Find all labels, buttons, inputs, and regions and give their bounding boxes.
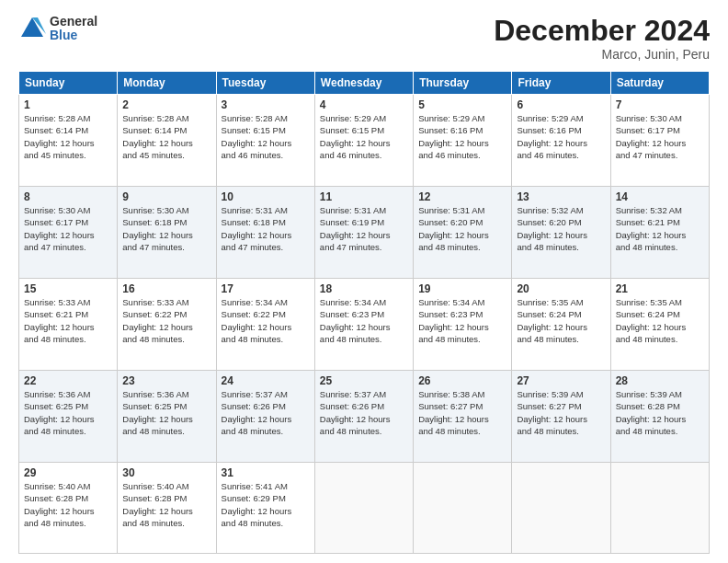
table-row: 18Sunrise: 5:34 AMSunset: 6:23 PMDayligh… bbox=[314, 279, 413, 371]
table-row: 15Sunrise: 5:33 AMSunset: 6:21 PMDayligh… bbox=[19, 279, 118, 371]
table-row: 23Sunrise: 5:36 AMSunset: 6:25 PMDayligh… bbox=[118, 371, 216, 463]
table-row: 21Sunrise: 5:35 AMSunset: 6:24 PMDayligh… bbox=[610, 279, 709, 371]
table-row: 24Sunrise: 5:37 AMSunset: 6:26 PMDayligh… bbox=[216, 371, 314, 463]
day-number: 21 bbox=[616, 282, 704, 295]
table-row: 17Sunrise: 5:34 AMSunset: 6:22 PMDayligh… bbox=[216, 279, 314, 371]
day-info: Sunrise: 5:41 AMSunset: 6:29 PMDaylight:… bbox=[222, 481, 292, 528]
day-number: 2 bbox=[122, 98, 210, 111]
col-saturday: Saturday bbox=[610, 72, 709, 95]
table-row: 29Sunrise: 5:40 AMSunset: 6:28 PMDayligh… bbox=[19, 463, 118, 554]
table-row: 12Sunrise: 5:31 AMSunset: 6:20 PMDayligh… bbox=[414, 187, 512, 279]
logo: General Blue bbox=[18, 15, 97, 43]
day-info: Sunrise: 5:31 AMSunset: 6:20 PMDaylight:… bbox=[418, 205, 489, 252]
title-block: December 2024 Marco, Junin, Peru bbox=[494, 15, 710, 62]
table-row: 7Sunrise: 5:30 AMSunset: 6:17 PMDaylight… bbox=[610, 95, 709, 187]
day-number: 27 bbox=[517, 374, 605, 387]
day-number: 8 bbox=[24, 190, 112, 203]
day-info: Sunrise: 5:35 AMSunset: 6:24 PMDaylight:… bbox=[616, 297, 687, 344]
day-info: Sunrise: 5:32 AMSunset: 6:20 PMDaylight:… bbox=[517, 205, 587, 252]
day-number: 20 bbox=[517, 282, 605, 295]
day-number: 17 bbox=[222, 282, 310, 295]
table-row: 2Sunrise: 5:28 AMSunset: 6:14 PMDaylight… bbox=[118, 95, 216, 187]
day-info: Sunrise: 5:37 AMSunset: 6:26 PMDaylight:… bbox=[222, 389, 292, 436]
day-number: 13 bbox=[517, 190, 605, 203]
day-number: 5 bbox=[418, 98, 506, 111]
day-info: Sunrise: 5:31 AMSunset: 6:19 PMDaylight:… bbox=[320, 205, 391, 252]
page: General Blue December 2024 Marco, Junin,… bbox=[0, 0, 728, 563]
table-row bbox=[414, 463, 512, 554]
day-number: 9 bbox=[122, 190, 210, 203]
col-sunday: Sunday bbox=[19, 72, 118, 95]
col-thursday: Thursday bbox=[414, 72, 512, 95]
table-row bbox=[512, 463, 610, 554]
day-number: 26 bbox=[418, 374, 506, 387]
table-row: 14Sunrise: 5:32 AMSunset: 6:21 PMDayligh… bbox=[610, 187, 709, 279]
day-number: 18 bbox=[320, 282, 408, 295]
day-number: 11 bbox=[320, 190, 408, 203]
day-info: Sunrise: 5:39 AMSunset: 6:28 PMDaylight:… bbox=[616, 389, 687, 436]
col-wednesday: Wednesday bbox=[314, 72, 413, 95]
logo-blue: Blue bbox=[50, 29, 97, 42]
calendar: Sunday Monday Tuesday Wednesday Thursday… bbox=[18, 71, 710, 554]
main-title: December 2024 bbox=[494, 15, 710, 47]
day-info: Sunrise: 5:40 AMSunset: 6:28 PMDaylight:… bbox=[24, 481, 95, 528]
day-number: 16 bbox=[122, 282, 210, 295]
table-row: 3Sunrise: 5:28 AMSunset: 6:15 PMDaylight… bbox=[216, 95, 314, 187]
day-info: Sunrise: 5:33 AMSunset: 6:22 PMDaylight:… bbox=[122, 297, 193, 344]
col-monday: Monday bbox=[118, 72, 216, 95]
table-row: 27Sunrise: 5:39 AMSunset: 6:27 PMDayligh… bbox=[512, 371, 610, 463]
day-number: 15 bbox=[24, 282, 112, 295]
day-number: 14 bbox=[616, 190, 704, 203]
table-row: 9Sunrise: 5:30 AMSunset: 6:18 PMDaylight… bbox=[118, 187, 216, 279]
day-number: 24 bbox=[222, 374, 310, 387]
table-row: 8Sunrise: 5:30 AMSunset: 6:17 PMDaylight… bbox=[19, 187, 118, 279]
table-row: 11Sunrise: 5:31 AMSunset: 6:19 PMDayligh… bbox=[314, 187, 413, 279]
table-row: 26Sunrise: 5:38 AMSunset: 6:27 PMDayligh… bbox=[414, 371, 512, 463]
logo-icon bbox=[18, 15, 46, 42]
day-number: 1 bbox=[24, 98, 112, 111]
day-info: Sunrise: 5:33 AMSunset: 6:21 PMDaylight:… bbox=[24, 297, 95, 344]
day-info: Sunrise: 5:34 AMSunset: 6:23 PMDaylight:… bbox=[320, 297, 391, 344]
day-number: 23 bbox=[122, 374, 210, 387]
day-number: 29 bbox=[24, 466, 112, 479]
day-info: Sunrise: 5:34 AMSunset: 6:23 PMDaylight:… bbox=[418, 297, 489, 344]
logo-text: General Blue bbox=[50, 15, 97, 43]
day-info: Sunrise: 5:38 AMSunset: 6:27 PMDaylight:… bbox=[418, 389, 489, 436]
table-row: 6Sunrise: 5:29 AMSunset: 6:16 PMDaylight… bbox=[512, 95, 610, 187]
day-info: Sunrise: 5:34 AMSunset: 6:22 PMDaylight:… bbox=[222, 297, 292, 344]
day-info: Sunrise: 5:32 AMSunset: 6:21 PMDaylight:… bbox=[616, 205, 687, 252]
day-number: 22 bbox=[24, 374, 112, 387]
table-row: 13Sunrise: 5:32 AMSunset: 6:20 PMDayligh… bbox=[512, 187, 610, 279]
day-info: Sunrise: 5:35 AMSunset: 6:24 PMDaylight:… bbox=[517, 297, 587, 344]
day-info: Sunrise: 5:28 AMSunset: 6:14 PMDaylight:… bbox=[24, 113, 95, 160]
table-row: 30Sunrise: 5:40 AMSunset: 6:28 PMDayligh… bbox=[118, 463, 216, 554]
day-number: 31 bbox=[222, 466, 310, 479]
day-number: 7 bbox=[616, 98, 704, 111]
table-row: 1Sunrise: 5:28 AMSunset: 6:14 PMDaylight… bbox=[19, 95, 118, 187]
day-info: Sunrise: 5:30 AMSunset: 6:18 PMDaylight:… bbox=[122, 205, 193, 252]
table-row: 10Sunrise: 5:31 AMSunset: 6:18 PMDayligh… bbox=[216, 187, 314, 279]
subtitle: Marco, Junin, Peru bbox=[494, 47, 710, 62]
table-row: 28Sunrise: 5:39 AMSunset: 6:28 PMDayligh… bbox=[610, 371, 709, 463]
day-info: Sunrise: 5:37 AMSunset: 6:26 PMDaylight:… bbox=[320, 389, 391, 436]
table-row bbox=[610, 463, 709, 554]
col-tuesday: Tuesday bbox=[216, 72, 314, 95]
day-info: Sunrise: 5:36 AMSunset: 6:25 PMDaylight:… bbox=[24, 389, 95, 436]
day-info: Sunrise: 5:29 AMSunset: 6:15 PMDaylight:… bbox=[320, 113, 391, 160]
header-row: Sunday Monday Tuesday Wednesday Thursday… bbox=[19, 72, 710, 95]
day-number: 30 bbox=[122, 466, 210, 479]
day-info: Sunrise: 5:28 AMSunset: 6:14 PMDaylight:… bbox=[122, 113, 193, 160]
day-number: 6 bbox=[517, 98, 605, 111]
table-row: 4Sunrise: 5:29 AMSunset: 6:15 PMDaylight… bbox=[314, 95, 413, 187]
day-info: Sunrise: 5:40 AMSunset: 6:28 PMDaylight:… bbox=[122, 481, 193, 528]
day-info: Sunrise: 5:28 AMSunset: 6:15 PMDaylight:… bbox=[222, 113, 292, 160]
table-row: 31Sunrise: 5:41 AMSunset: 6:29 PMDayligh… bbox=[216, 463, 314, 554]
day-number: 10 bbox=[222, 190, 310, 203]
day-info: Sunrise: 5:29 AMSunset: 6:16 PMDaylight:… bbox=[418, 113, 489, 160]
day-info: Sunrise: 5:36 AMSunset: 6:25 PMDaylight:… bbox=[122, 389, 193, 436]
day-info: Sunrise: 5:29 AMSunset: 6:16 PMDaylight:… bbox=[517, 113, 587, 160]
day-number: 28 bbox=[616, 374, 704, 387]
day-info: Sunrise: 5:30 AMSunset: 6:17 PMDaylight:… bbox=[616, 113, 687, 160]
day-info: Sunrise: 5:39 AMSunset: 6:27 PMDaylight:… bbox=[517, 389, 587, 436]
day-number: 25 bbox=[320, 374, 408, 387]
